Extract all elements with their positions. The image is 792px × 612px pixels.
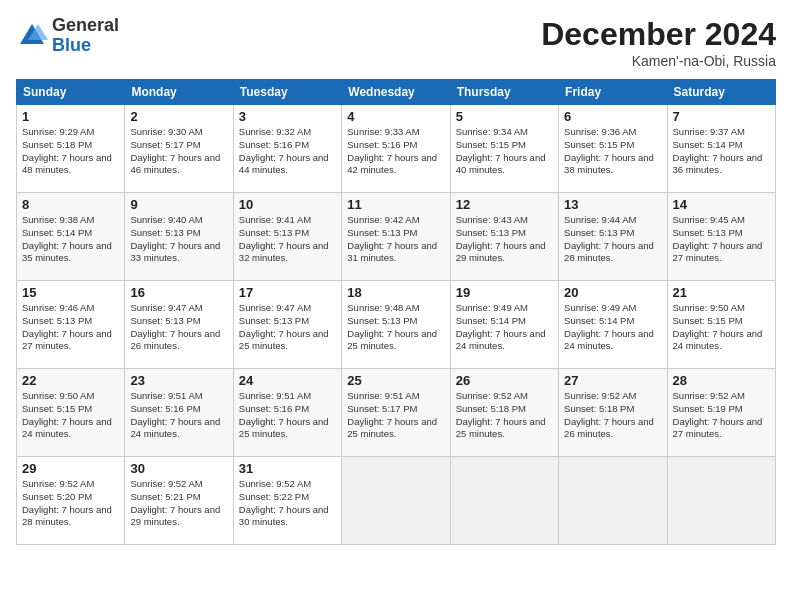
day-number: 27 bbox=[564, 373, 661, 388]
day-number: 1 bbox=[22, 109, 119, 124]
day-info: Sunrise: 9:52 AMSunset: 5:18 PMDaylight:… bbox=[456, 390, 553, 441]
day-info: Sunrise: 9:40 AMSunset: 5:13 PMDaylight:… bbox=[130, 214, 227, 265]
day-number: 24 bbox=[239, 373, 336, 388]
day-info: Sunrise: 9:46 AMSunset: 5:13 PMDaylight:… bbox=[22, 302, 119, 353]
day-cell-25: 25 Sunrise: 9:51 AMSunset: 5:17 PMDaylig… bbox=[342, 369, 450, 457]
day-number: 15 bbox=[22, 285, 119, 300]
day-cell-22: 22 Sunrise: 9:50 AMSunset: 5:15 PMDaylig… bbox=[17, 369, 125, 457]
day-cell-18: 18 Sunrise: 9:48 AMSunset: 5:13 PMDaylig… bbox=[342, 281, 450, 369]
day-info: Sunrise: 9:41 AMSunset: 5:13 PMDaylight:… bbox=[239, 214, 336, 265]
day-cell-8: 8 Sunrise: 9:38 AMSunset: 5:14 PMDayligh… bbox=[17, 193, 125, 281]
calendar-header-row: Sunday Monday Tuesday Wednesday Thursday… bbox=[17, 80, 776, 105]
day-number: 8 bbox=[22, 197, 119, 212]
day-cell-5: 5 Sunrise: 9:34 AMSunset: 5:15 PMDayligh… bbox=[450, 105, 558, 193]
day-number: 10 bbox=[239, 197, 336, 212]
day-cell-27: 27 Sunrise: 9:52 AMSunset: 5:18 PMDaylig… bbox=[559, 369, 667, 457]
day-cell-11: 11 Sunrise: 9:42 AMSunset: 5:13 PMDaylig… bbox=[342, 193, 450, 281]
day-info: Sunrise: 9:52 AMSunset: 5:21 PMDaylight:… bbox=[130, 478, 227, 529]
col-friday: Friday bbox=[559, 80, 667, 105]
logo-general: General bbox=[52, 16, 119, 36]
day-cell-7: 7 Sunrise: 9:37 AMSunset: 5:14 PMDayligh… bbox=[667, 105, 775, 193]
day-number: 2 bbox=[130, 109, 227, 124]
day-cell-15: 15 Sunrise: 9:46 AMSunset: 5:13 PMDaylig… bbox=[17, 281, 125, 369]
day-cell-17: 17 Sunrise: 9:47 AMSunset: 5:13 PMDaylig… bbox=[233, 281, 341, 369]
day-number: 17 bbox=[239, 285, 336, 300]
day-info: Sunrise: 9:43 AMSunset: 5:13 PMDaylight:… bbox=[456, 214, 553, 265]
day-info: Sunrise: 9:47 AMSunset: 5:13 PMDaylight:… bbox=[239, 302, 336, 353]
day-number: 20 bbox=[564, 285, 661, 300]
day-number: 14 bbox=[673, 197, 770, 212]
empty-cell bbox=[559, 457, 667, 545]
day-info: Sunrise: 9:48 AMSunset: 5:13 PMDaylight:… bbox=[347, 302, 444, 353]
day-info: Sunrise: 9:44 AMSunset: 5:13 PMDaylight:… bbox=[564, 214, 661, 265]
day-number: 25 bbox=[347, 373, 444, 388]
day-info: Sunrise: 9:42 AMSunset: 5:13 PMDaylight:… bbox=[347, 214, 444, 265]
col-monday: Monday bbox=[125, 80, 233, 105]
day-cell-4: 4 Sunrise: 9:33 AMSunset: 5:16 PMDayligh… bbox=[342, 105, 450, 193]
day-cell-23: 23 Sunrise: 9:51 AMSunset: 5:16 PMDaylig… bbox=[125, 369, 233, 457]
day-number: 6 bbox=[564, 109, 661, 124]
day-info: Sunrise: 9:52 AMSunset: 5:20 PMDaylight:… bbox=[22, 478, 119, 529]
day-info: Sunrise: 9:51 AMSunset: 5:16 PMDaylight:… bbox=[239, 390, 336, 441]
col-thursday: Thursday bbox=[450, 80, 558, 105]
day-info: Sunrise: 9:52 AMSunset: 5:18 PMDaylight:… bbox=[564, 390, 661, 441]
logo: General Blue bbox=[16, 16, 119, 56]
day-cell-30: 30 Sunrise: 9:52 AMSunset: 5:21 PMDaylig… bbox=[125, 457, 233, 545]
month-title: December 2024 bbox=[541, 16, 776, 53]
day-cell-29: 29 Sunrise: 9:52 AMSunset: 5:20 PMDaylig… bbox=[17, 457, 125, 545]
day-cell-24: 24 Sunrise: 9:51 AMSunset: 5:16 PMDaylig… bbox=[233, 369, 341, 457]
day-number: 21 bbox=[673, 285, 770, 300]
day-number: 31 bbox=[239, 461, 336, 476]
day-info: Sunrise: 9:36 AMSunset: 5:15 PMDaylight:… bbox=[564, 126, 661, 177]
day-number: 3 bbox=[239, 109, 336, 124]
day-number: 12 bbox=[456, 197, 553, 212]
day-cell-26: 26 Sunrise: 9:52 AMSunset: 5:18 PMDaylig… bbox=[450, 369, 558, 457]
day-info: Sunrise: 9:50 AMSunset: 5:15 PMDaylight:… bbox=[22, 390, 119, 441]
logo-text: General Blue bbox=[52, 16, 119, 56]
day-cell-3: 3 Sunrise: 9:32 AMSunset: 5:16 PMDayligh… bbox=[233, 105, 341, 193]
day-cell-20: 20 Sunrise: 9:49 AMSunset: 5:14 PMDaylig… bbox=[559, 281, 667, 369]
title-block: December 2024 Kamen'-na-Obi, Russia bbox=[541, 16, 776, 69]
logo-blue: Blue bbox=[52, 36, 119, 56]
day-number: 19 bbox=[456, 285, 553, 300]
day-cell-14: 14 Sunrise: 9:45 AMSunset: 5:13 PMDaylig… bbox=[667, 193, 775, 281]
day-cell-1: 1 Sunrise: 9:29 AMSunset: 5:18 PMDayligh… bbox=[17, 105, 125, 193]
day-info: Sunrise: 9:33 AMSunset: 5:16 PMDaylight:… bbox=[347, 126, 444, 177]
day-number: 29 bbox=[22, 461, 119, 476]
logo-icon bbox=[16, 20, 48, 52]
day-info: Sunrise: 9:45 AMSunset: 5:13 PMDaylight:… bbox=[673, 214, 770, 265]
day-info: Sunrise: 9:38 AMSunset: 5:14 PMDaylight:… bbox=[22, 214, 119, 265]
day-info: Sunrise: 9:51 AMSunset: 5:17 PMDaylight:… bbox=[347, 390, 444, 441]
day-cell-28: 28 Sunrise: 9:52 AMSunset: 5:19 PMDaylig… bbox=[667, 369, 775, 457]
day-number: 22 bbox=[22, 373, 119, 388]
col-wednesday: Wednesday bbox=[342, 80, 450, 105]
day-cell-21: 21 Sunrise: 9:50 AMSunset: 5:15 PMDaylig… bbox=[667, 281, 775, 369]
day-number: 28 bbox=[673, 373, 770, 388]
empty-cell bbox=[342, 457, 450, 545]
page-header: General Blue December 2024 Kamen'-na-Obi… bbox=[16, 16, 776, 69]
calendar-table: Sunday Monday Tuesday Wednesday Thursday… bbox=[16, 79, 776, 545]
day-info: Sunrise: 9:52 AMSunset: 5:22 PMDaylight:… bbox=[239, 478, 336, 529]
day-number: 16 bbox=[130, 285, 227, 300]
calendar-week-5: 29 Sunrise: 9:52 AMSunset: 5:20 PMDaylig… bbox=[17, 457, 776, 545]
calendar-week-4: 22 Sunrise: 9:50 AMSunset: 5:15 PMDaylig… bbox=[17, 369, 776, 457]
day-cell-12: 12 Sunrise: 9:43 AMSunset: 5:13 PMDaylig… bbox=[450, 193, 558, 281]
day-cell-2: 2 Sunrise: 9:30 AMSunset: 5:17 PMDayligh… bbox=[125, 105, 233, 193]
day-info: Sunrise: 9:49 AMSunset: 5:14 PMDaylight:… bbox=[456, 302, 553, 353]
day-number: 5 bbox=[456, 109, 553, 124]
day-info: Sunrise: 9:29 AMSunset: 5:18 PMDaylight:… bbox=[22, 126, 119, 177]
day-number: 9 bbox=[130, 197, 227, 212]
day-number: 30 bbox=[130, 461, 227, 476]
day-cell-6: 6 Sunrise: 9:36 AMSunset: 5:15 PMDayligh… bbox=[559, 105, 667, 193]
day-cell-19: 19 Sunrise: 9:49 AMSunset: 5:14 PMDaylig… bbox=[450, 281, 558, 369]
day-info: Sunrise: 9:37 AMSunset: 5:14 PMDaylight:… bbox=[673, 126, 770, 177]
day-number: 23 bbox=[130, 373, 227, 388]
day-number: 4 bbox=[347, 109, 444, 124]
calendar-week-2: 8 Sunrise: 9:38 AMSunset: 5:14 PMDayligh… bbox=[17, 193, 776, 281]
col-saturday: Saturday bbox=[667, 80, 775, 105]
col-sunday: Sunday bbox=[17, 80, 125, 105]
day-number: 7 bbox=[673, 109, 770, 124]
day-info: Sunrise: 9:34 AMSunset: 5:15 PMDaylight:… bbox=[456, 126, 553, 177]
day-info: Sunrise: 9:52 AMSunset: 5:19 PMDaylight:… bbox=[673, 390, 770, 441]
empty-cell bbox=[450, 457, 558, 545]
